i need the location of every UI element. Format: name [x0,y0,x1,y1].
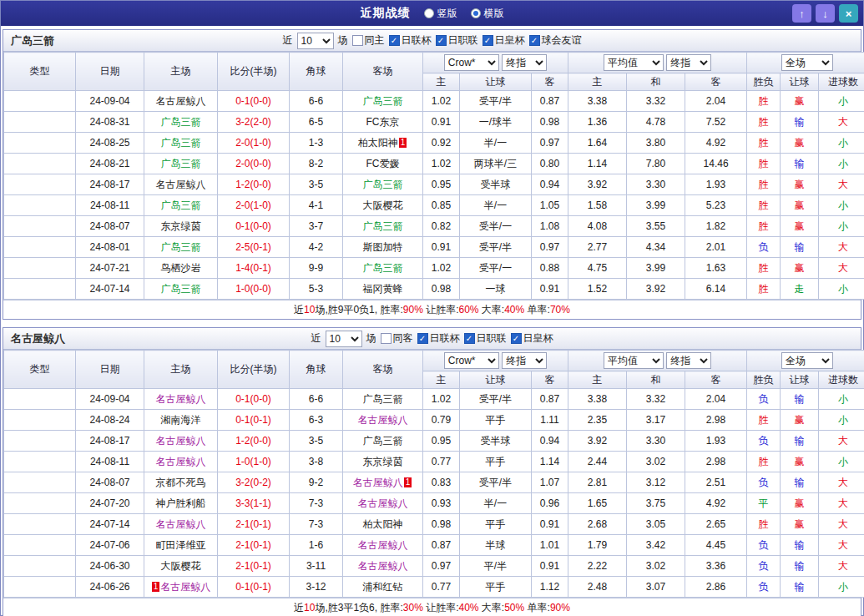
match-row: 日职联 24-07-21 鸟栖沙岩 1-4(0-1) 9-9 广岛三箭 1.02… [4,258,864,279]
sub-col-header: 客 [532,371,568,389]
score-cell: 3-2(2-0) [218,112,290,133]
same-venue-filter[interactable]: 同主 [352,33,385,48]
odds-value: 2.48 [568,577,627,598]
team-label: 名古屋鲸八 [156,95,206,107]
summary-part: 近 [294,303,304,317]
league-filter-1-3[interactable]: ✓日皇杯 [483,33,525,48]
score-cell: 0-1(0-0) [218,216,290,237]
corners-cell: 3-12 [290,577,343,598]
goals-flag: 大 [819,535,864,556]
score-cell: 0-1(0-0) [218,389,290,410]
league-filter-2-1[interactable]: ✓日联杯 [417,331,460,346]
match-type-badge: 日职联 [4,493,76,514]
odds-final-select[interactable]: 终指 [502,54,547,71]
odds-value: 0.94 [532,431,568,452]
handicap-flag: 赢 [781,514,819,535]
match-count-select[interactable]: 10 [326,331,362,347]
team-label: 斯图加特 [363,241,403,253]
handicap-flag: 赢 [781,410,819,431]
same-venue-filter[interactable]: 同客 [381,331,413,346]
match-row: 日职联 24-07-20 神户胜利船 3-3(1-1) 7-3 名古屋鲸八 0.… [4,493,864,514]
summary-part: 60% [458,304,478,316]
match-row: 日职联 24-08-17 名古屋鲸八 1-2(0-0) 3-5 广岛三箭 0.9… [4,431,864,452]
section-header: 广岛三箭 近 10 场 同主 ✓日联杯✓日职联✓日皇杯✓球会友谊 [3,30,861,52]
team-label: 东京绿茵 [161,220,201,232]
match-type-badge: 日职联 [4,279,76,300]
result-flag: 胜 [747,133,781,154]
layout-radio-vertical[interactable]: 竖版 [424,7,457,21]
average-odds-select[interactable]: 平均值 [604,352,664,369]
league-filter-1-1[interactable]: ✓日联杯 [389,33,432,48]
odds-final-select[interactable]: 终指 [502,352,547,369]
match-count-select[interactable]: 10 [297,33,334,49]
move-down-button[interactable]: ↓ [816,4,835,23]
team-label: 名古屋鲸八 [358,560,408,572]
score-cell: 2-1(0-1) [218,556,290,577]
match-date: 24-08-21 [76,154,144,174]
score-cell: 2-1(0-1) [218,535,290,556]
match-scope-select[interactable]: 全场 [781,352,833,369]
sub-col-header: 进球数 [819,371,864,389]
radio-icon [424,8,434,18]
match-row: 球会友谊 24-08-01 广岛三箭 2-5(0-1) 4-2 斯图加特 0.9… [4,237,864,258]
odds-value: 0.94 [532,174,568,195]
match-date: 24-08-01 [76,237,144,258]
odds-value: 0.91 [532,556,568,577]
odds-value: 1.02 [423,389,460,410]
odds-value: 3.75 [627,493,685,514]
league-filter-1-4[interactable]: ✓球会友谊 [529,33,582,48]
score-cell: 1-0(0-0) [218,279,290,300]
odds-company-select[interactable]: Crow* [444,352,499,369]
games-label: 场 [366,331,376,346]
away-team-cell: 名古屋鲸八 [343,535,423,556]
average-final-select[interactable]: 终指 [666,352,711,369]
odds-value: 0.95 [423,174,460,195]
summary-part: 近 [294,601,304,615]
match-date: 24-09-04 [76,389,144,410]
away-team-cell: 柏太阳神1 [343,133,423,154]
handicap-flag: 赢 [781,91,819,112]
layout-radio-horizontal[interactable]: 横版 [471,7,504,21]
col-header: 比分(半场) [218,351,290,389]
away-team-cell: 柏太阳神 [343,514,423,535]
team-label: 广岛三箭 [161,199,201,211]
league-filter-2-3[interactable]: ✓日皇杯 [511,331,553,346]
close-button[interactable]: × [839,4,858,23]
league-filter-2-2[interactable]: ✓日职联 [464,331,507,346]
move-up-button[interactable]: ↑ [792,4,811,23]
home-team-cell: 广岛三箭 [144,237,218,258]
team-label: 广岛三箭 [363,95,403,107]
odds-value: 1.14 [532,452,568,472]
odds-value: 4.92 [685,133,747,154]
score-cell: 2-0(1-0) [218,195,290,216]
away-team-cell: 大阪樱花 [343,195,423,216]
score-cell: 1-2(0-0) [218,431,290,452]
odds-value: 3.02 [627,452,685,472]
odds-value: 2.22 [568,556,627,577]
away-team-cell: 福冈黄蜂 [343,279,423,300]
score-cell: 2-0(0-0) [218,154,290,174]
league-filter-1-2[interactable]: ✓日职联 [436,33,478,48]
team-label: 名古屋鲸八 [358,539,408,551]
home-team-cell: 名古屋鲸八 [144,389,218,410]
odds-company-select[interactable]: Crow* [444,54,499,71]
col-header: 角球 [290,351,343,389]
average-odds-select[interactable]: 平均值 [604,54,664,71]
match-row: 日职联 24-07-06 町田泽维亚 2-1(0-1) 1-6 名古屋鲸八 0.… [4,535,864,556]
team-label: 福冈黄蜂 [363,283,403,295]
checkbox-label: 日皇杯 [495,33,525,48]
summary-part: 90% [403,304,423,316]
odds-value: 受平/半 [460,472,532,493]
odds-value: 4.34 [627,237,685,258]
team-label: 大阪樱花 [161,560,201,572]
odds-value: 2.65 [685,514,747,535]
odds-value: 14.46 [685,154,747,174]
handicap-flag: 输 [781,431,819,452]
away-team-cell: 广岛三箭 [343,216,423,237]
match-scope-select[interactable]: 全场 [781,54,833,71]
match-type-badge: 日职联 [4,514,76,535]
score-cell: 1-0(1-0) [218,452,290,472]
match-date: 24-08-07 [76,216,144,237]
average-final-select[interactable]: 终指 [666,54,711,71]
odds-value: 0.87 [532,389,568,410]
